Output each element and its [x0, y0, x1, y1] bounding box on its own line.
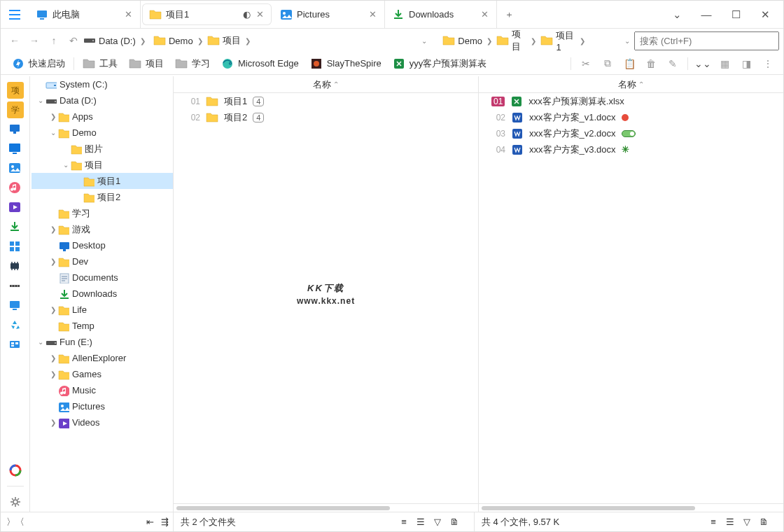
path-dropdown-icon[interactable]: ⌄: [421, 37, 427, 45]
new-tab-button[interactable]: ＋: [497, 1, 521, 28]
crumb-drive[interactable]: Data (D:)❯: [96, 34, 150, 48]
minimize-button[interactable]: ―: [696, 8, 716, 20]
column-header-name[interactable]: 名称 ⌃: [174, 76, 478, 93]
chevron-icon[interactable]: ⌄: [48, 129, 58, 136]
fav-yyy客户预算测算表[interactable]: yyy客户预算测算表: [387, 57, 493, 70]
list-item[interactable]: 02 xxx客户方案_v1.docx: [479, 109, 783, 125]
chevron-icon[interactable]: ❯: [48, 113, 58, 120]
chevron-right-icon[interactable]: ❯: [196, 37, 204, 45]
tab-project1[interactable]: 项目1 ◐ ✕: [142, 4, 272, 25]
color-icon[interactable]: [6, 461, 25, 480]
fav-downloads[interactable]: [6, 218, 25, 237]
list-view-icon[interactable]: ≡: [706, 517, 720, 527]
filter-icon[interactable]: ▽: [430, 517, 444, 527]
crumb-project2[interactable]: 项目❯: [509, 27, 540, 55]
maximize-button[interactable]: ☐: [726, 8, 746, 21]
up-button[interactable]: ↑: [44, 35, 64, 46]
chevron-right-icon[interactable]: ❯: [244, 37, 252, 45]
scrollbar-horizontal[interactable]: [479, 503, 783, 512]
tree-item-Life[interactable]: ❯ Life: [31, 302, 173, 318]
chevron-right-icon[interactable]: ❯: [485, 37, 493, 45]
cut-icon[interactable]: ✂: [576, 58, 596, 69]
tree-item-Temp[interactable]: Temp: [31, 318, 173, 334]
tree-item-Desktop[interactable]: Desktop: [31, 237, 173, 253]
tree-item-项目[interactable]: ⌄ 项目: [31, 157, 173, 173]
chevron-icon[interactable]: ❯: [48, 306, 58, 314]
crumb-project[interactable]: 项目❯: [220, 33, 255, 48]
tree-item-Fun (E:)[interactable]: ⌄ Fun (E:): [31, 334, 173, 350]
double-chevron-down-icon[interactable]: ⌄⌄: [693, 58, 713, 69]
tree-item-Videos[interactable]: ❯ Videos: [31, 414, 173, 430]
fav-unknown1[interactable]: [6, 257, 25, 276]
grid-view-icon[interactable]: ▦: [715, 58, 734, 69]
crumb-project1[interactable]: 项目1❯: [553, 28, 589, 54]
copy-icon[interactable]: ⧉: [598, 57, 617, 69]
filter-icon[interactable]: ▽: [740, 517, 754, 527]
tree-item-项目1[interactable]: 项目1: [31, 173, 173, 189]
new-file-icon[interactable]: 🗎: [447, 517, 461, 527]
fav-工具[interactable]: 工具: [77, 57, 123, 70]
tree-item-学习[interactable]: 学习: [31, 205, 173, 221]
indent-left-icon[interactable]: ⇤: [146, 517, 154, 527]
chevron-icon[interactable]: ⌄: [36, 338, 46, 346]
tab-close-icon[interactable]: ✕: [255, 9, 265, 20]
column-header-name[interactable]: 名称 ⌃: [479, 76, 783, 93]
tab-close-icon[interactable]: ✕: [123, 9, 133, 20]
fav-SlayTheSpire[interactable]: SlayTheSpire: [304, 57, 387, 70]
tree-item-Pictures[interactable]: Pictures: [31, 398, 173, 414]
chevron-icon[interactable]: ❯: [48, 370, 58, 378]
list-item[interactable]: 01 xxx客户预算测算表.xlsx: [479, 93, 783, 109]
tab-downloads[interactable]: Downloads ✕: [385, 1, 497, 28]
fav-pictures[interactable]: [6, 159, 25, 178]
fav-项目[interactable]: 项目: [123, 57, 169, 70]
quick-launch[interactable]: 快速启动: [6, 52, 71, 74]
tab-pictures[interactable]: Pictures ✕: [273, 1, 385, 28]
tree-item-Dev[interactable]: ❯ Dev: [31, 253, 173, 270]
new-file-icon[interactable]: 🗎: [757, 517, 771, 527]
fav-apps[interactable]: [6, 237, 25, 257]
tree-item-Documents[interactable]: Documents: [31, 270, 173, 286]
chevron-right-icon[interactable]: ❯: [139, 37, 147, 45]
tree-item-Downloads[interactable]: Downloads: [31, 286, 173, 302]
back-button[interactable]: ←: [5, 35, 24, 46]
tree-item-Apps[interactable]: ❯ Apps: [31, 108, 173, 125]
split-view-icon[interactable]: ◨: [736, 58, 756, 69]
fav-music[interactable]: [6, 178, 25, 198]
forward-button[interactable]: →: [24, 35, 44, 46]
tree-item-图片[interactable]: 图片: [31, 141, 173, 157]
fav-unknown2[interactable]: [6, 276, 25, 296]
sort-icon[interactable]: ☰: [414, 517, 428, 527]
paste-icon[interactable]: 📋: [620, 58, 639, 69]
chevron-icon[interactable]: ❯: [48, 225, 58, 233]
tree-item-Games[interactable]: ❯ Games: [31, 366, 173, 382]
scrollbar-horizontal[interactable]: [174, 503, 478, 512]
rename-icon[interactable]: ✎: [663, 58, 682, 69]
close-button[interactable]: ✕: [755, 8, 775, 21]
fav-monitor[interactable]: [6, 139, 25, 159]
fav-projects[interactable]: 项: [6, 80, 25, 100]
settings-icon[interactable]: [6, 492, 25, 512]
undo-button[interactable]: ↶: [64, 35, 83, 46]
sort-icon[interactable]: ☰: [723, 517, 737, 527]
tree-item-Data (D:)[interactable]: ⌄ Data (D:): [31, 92, 173, 108]
search-input[interactable]: [634, 31, 779, 50]
chevron-right-icon[interactable]: ❯: [529, 37, 538, 45]
tree-item-游戏[interactable]: ❯ 游戏: [31, 221, 173, 237]
tab-this-pc[interactable]: 此电脑 ✕: [29, 1, 141, 28]
chevron-down-icon[interactable]: ⌄: [667, 8, 687, 21]
tree-item-AllenExplorer[interactable]: ❯ AllenExplorer: [31, 350, 173, 366]
list-item[interactable]: 02 项目2 4: [174, 109, 478, 125]
menu-button[interactable]: [1, 1, 29, 28]
crumb-demo[interactable]: Demo❯: [166, 34, 207, 48]
path-dropdown-icon[interactable]: ⌄: [624, 37, 630, 45]
tree-item-项目2[interactable]: 项目2: [31, 189, 173, 205]
tab-close-icon[interactable]: ✕: [368, 9, 377, 20]
chevron-icon[interactable]: ⌄: [61, 161, 71, 169]
list-item[interactable]: 01 项目1 4: [174, 93, 478, 109]
list-view-icon[interactable]: ≡: [397, 517, 411, 527]
tree-collapse-icon[interactable]: ⇶: [161, 517, 169, 527]
chevron-icon[interactable]: ❯: [48, 419, 58, 426]
list-item[interactable]: 03 xxx客户方案_v2.docx: [479, 125, 783, 141]
contrast-icon[interactable]: ◐: [243, 10, 251, 19]
fav-control[interactable]: [6, 335, 25, 355]
